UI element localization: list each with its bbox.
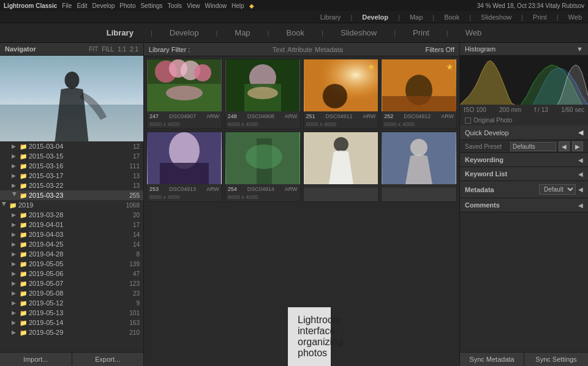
folder-2019[interactable]: ▶📁 20191068 xyxy=(0,200,143,210)
nav-web[interactable]: Web xyxy=(568,13,582,21)
folder-2019-05-07[interactable]: ▶📁 2019-05-07123 xyxy=(0,278,143,288)
saved-preset-select[interactable]: Defaults xyxy=(510,142,556,151)
iso-value: ISO 100 xyxy=(464,106,486,113)
metadata-preset-select[interactable]: Default xyxy=(539,184,576,195)
filter-meta[interactable]: Metadata xyxy=(315,46,343,53)
photo-meta2-247: 6000 x 4000 xyxy=(147,121,222,129)
photo-cell-253[interactable]: 253 DSC04913 ARW 6000 x 4000 xyxy=(146,132,222,202)
export-button[interactable]: Export... xyxy=(72,353,144,366)
fit-fit[interactable]: FIT xyxy=(89,46,98,53)
folder-2019-04-25[interactable]: ▶📁 2019-04-2514 xyxy=(0,239,143,249)
mod-print[interactable]: Print xyxy=(408,26,434,40)
metadata-arrow: ◀ xyxy=(578,186,583,193)
quick-develop-header[interactable]: Quick Develop ◀ xyxy=(460,125,588,140)
app-nav: Library | Develop | Map | Book | Slidesh… xyxy=(0,11,588,23)
menu-photo[interactable]: Photo xyxy=(119,2,135,9)
folder-2019-05-29[interactable]: ▶📁 2019-05-29210 xyxy=(0,327,143,337)
folder-2019-05-08[interactable]: ▶📁 2019-05-0823 xyxy=(0,288,143,298)
mod-library[interactable]: Library xyxy=(102,26,138,40)
folder-2019-05-14[interactable]: ▶📁 2019-05-14163 xyxy=(0,318,143,327)
folder-2019-05-06[interactable]: ▶📁 2019-05-0647 xyxy=(0,269,143,278)
system-bar: Lightroom Classic File Edit Develop Phot… xyxy=(0,0,588,11)
star-icon-251: ★ xyxy=(368,62,375,72)
filter-text[interactable]: Text xyxy=(273,46,285,53)
import-button[interactable]: Import... xyxy=(0,353,72,366)
comments-arrow: ◀ xyxy=(578,202,583,209)
photo-cell-252[interactable]: ★ 252 DSC04912 ARW 6000 x 4000 xyxy=(381,59,457,129)
comments-title: Comments xyxy=(465,201,500,209)
nav-print[interactable]: Print xyxy=(533,13,547,21)
quick-develop-arrow[interactable]: ◀ xyxy=(578,129,583,136)
mod-slideshow[interactable]: Slideshow xyxy=(336,26,382,40)
checkbox-icon[interactable] xyxy=(465,118,471,124)
left-panel: Navigator FIT FILL 1:1 2:1 xyxy=(0,43,144,366)
nav-develop[interactable]: Develop xyxy=(362,13,388,21)
folder-2019-05-05[interactable]: ▶📁 2019-05-05139 xyxy=(0,259,143,269)
nav-separator-1: | xyxy=(350,13,352,21)
svg-point-16 xyxy=(322,84,347,108)
module-picker: Library | Develop | Map | Book | Slidesh… xyxy=(0,23,588,43)
mod-map[interactable]: Map xyxy=(230,26,255,40)
folder-2019-04-28[interactable]: ▶📁 2019-04-288 xyxy=(0,249,143,259)
mod-book[interactable]: Book xyxy=(281,26,309,40)
photo-meta2-252: 6000 x 4000 xyxy=(382,121,456,129)
menu-help[interactable]: Help xyxy=(232,2,244,9)
folder-2015-03-17[interactable]: ▶📁 2015-03-1713 xyxy=(0,171,143,181)
navigator-preview[interactable] xyxy=(0,56,143,141)
filters-off-label[interactable]: Filters Off xyxy=(426,46,454,53)
fit-fill[interactable]: FILL xyxy=(102,46,114,53)
menu-view[interactable]: View xyxy=(187,2,200,9)
fit-2-1[interactable]: 2:1 xyxy=(130,46,138,53)
nav-separator-6: | xyxy=(557,13,559,21)
svg-point-9 xyxy=(166,86,203,100)
photo-cell-251[interactable]: ★ 251 DSC04911 ARW 6000 x 4000 xyxy=(303,59,379,129)
mod-develop[interactable]: Develop xyxy=(165,26,204,40)
keyword-list-header[interactable]: Keyword List ◀ xyxy=(460,167,588,181)
menu-tools[interactable]: Tools xyxy=(168,2,182,9)
photo-meta2-254: 6000 x 4000 xyxy=(225,194,300,201)
photo-cell-248[interactable]: 248 DSC04908 ARW 6000 x 4000 xyxy=(225,59,301,129)
fit-1-1[interactable]: 1:1 xyxy=(118,46,126,53)
svg-point-29 xyxy=(410,139,428,156)
nav-book[interactable]: Book xyxy=(444,13,459,21)
left-bottom-buttons: Import... Export... xyxy=(0,352,143,366)
menu-settings[interactable]: Settings xyxy=(140,2,162,9)
folder-2019-04-01[interactable]: ▶📁 2019-04-0117 xyxy=(0,220,143,230)
menu-develop[interactable]: Develop xyxy=(92,2,115,9)
folder-2019-03-28[interactable]: ▶📁 2019-03-2820 xyxy=(0,210,143,220)
metadata-header[interactable]: Metadata Default ◀ xyxy=(460,181,588,198)
folder-2015-03-16[interactable]: ▶📁 2015-03-16111 xyxy=(0,161,143,171)
photo-cell-extra1[interactable] xyxy=(303,132,379,202)
comments-header[interactable]: Comments ◀ xyxy=(460,198,588,212)
photo-cell-247[interactable]: 247 DSC04907 ARW 6000 x 4000 xyxy=(146,59,222,129)
folder-2019-04-03[interactable]: ▶📁 2019-04-0314 xyxy=(0,230,143,239)
sync-settings-button[interactable]: Sync Settings xyxy=(524,353,588,366)
right-panel-spacer xyxy=(460,212,588,352)
mod-web[interactable]: Web xyxy=(461,26,487,40)
folder-2019-05-12[interactable]: ▶📁 2019-05-129 xyxy=(0,298,143,308)
filter-attr[interactable]: Attribute xyxy=(287,46,312,53)
preset-next-btn[interactable]: ▶ xyxy=(572,141,583,151)
menu-file[interactable]: File xyxy=(62,2,72,9)
menu-window[interactable]: Window xyxy=(205,2,227,9)
right-panel: Histogram ▼ xyxy=(459,43,588,366)
nav-slideshow[interactable]: Slideshow xyxy=(481,13,511,21)
folder-tree[interactable]: ▶📁 2015-03-0412 ▶📁 2015-03-1517 ▶📁 2015-… xyxy=(0,141,143,352)
photo-cell-254[interactable]: 254 DSC04914 ARW 6000 x 4000 xyxy=(225,132,301,202)
sync-metadata-button[interactable]: Sync Metadata xyxy=(460,353,524,366)
preset-prev-btn[interactable]: ◀ xyxy=(559,141,570,151)
folder-2015-03-15[interactable]: ▶📁 2015-03-1517 xyxy=(0,151,143,161)
caption-overlay: Lightroom interface: organizing photos xyxy=(288,307,331,366)
photo-meta-248: 248 DSC04908 ARW xyxy=(225,111,300,121)
folder-2015-03-23[interactable]: ▶📁 2015-03-23255 xyxy=(0,190,143,200)
menu-edit[interactable]: Edit xyxy=(77,2,87,9)
nav-map[interactable]: Map xyxy=(410,13,423,21)
folder-2019-05-13[interactable]: ▶📁 2019-05-13101 xyxy=(0,308,143,318)
keywording-header[interactable]: Keywording ◀ xyxy=(460,153,588,166)
focal-length: 200 mm xyxy=(499,106,521,113)
histogram-collapse-icon[interactable]: ▼ xyxy=(576,45,583,53)
folder-2015-03-04[interactable]: ▶📁 2015-03-0412 xyxy=(0,141,143,151)
folder-2015-03-22[interactable]: ▶📁 2015-03-2213 xyxy=(0,181,143,190)
nav-library[interactable]: Library xyxy=(320,13,341,21)
photo-cell-extra2[interactable] xyxy=(381,132,457,202)
